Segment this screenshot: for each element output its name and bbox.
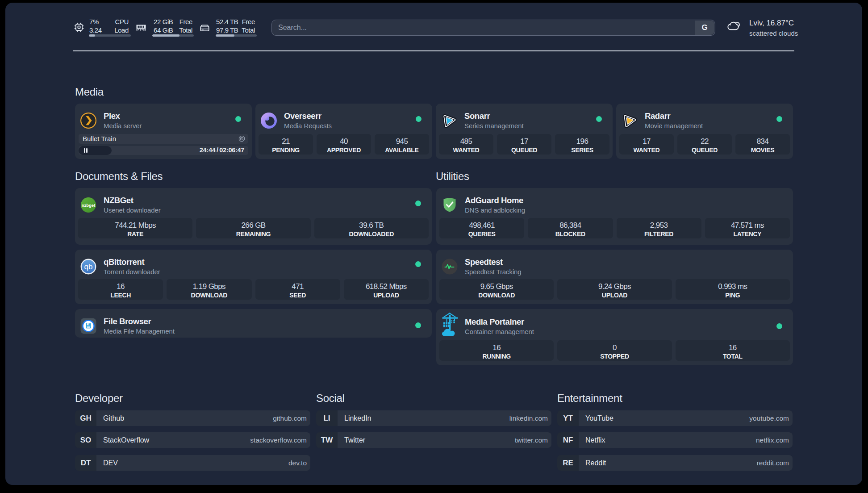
svg-text:nzbget: nzbget: [82, 203, 96, 208]
svg-text:qb: qb: [84, 263, 93, 271]
